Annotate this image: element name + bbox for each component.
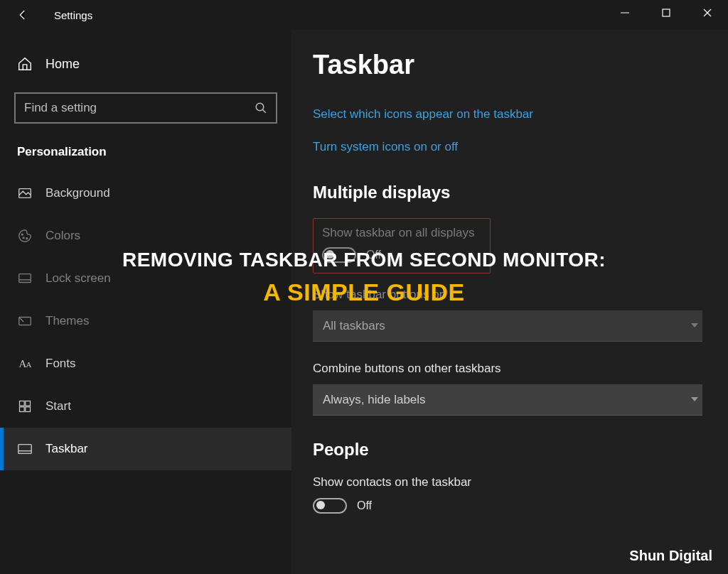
taskbar-icon — [17, 441, 33, 457]
sidebar-item-start[interactable]: Start — [0, 385, 291, 428]
show-contacts-state: Off — [357, 499, 372, 512]
show-contacts-toggle[interactable] — [313, 498, 347, 514]
svg-rect-14 — [26, 401, 31, 406]
picture-icon — [17, 185, 33, 201]
svg-point-4 — [256, 103, 264, 111]
section-people: People — [313, 440, 707, 460]
dropdown-value: All taskbars — [323, 319, 385, 333]
svg-rect-16 — [26, 407, 31, 412]
svg-point-7 — [21, 234, 23, 235]
sidebar-item-label: Background — [46, 186, 110, 200]
sidebar: Home Personalization Background Colors L… — [0, 30, 291, 574]
sidebar-item-colors[interactable]: Colors — [0, 215, 291, 257]
sidebar-item-label: Colors — [46, 229, 80, 243]
themes-icon — [17, 313, 33, 329]
show-taskbar-all-label: Show taskbar on all displays — [322, 226, 481, 240]
sidebar-item-label: Start — [46, 399, 71, 413]
svg-rect-10 — [19, 274, 31, 283]
content-area: Taskbar Select which icons appear on the… — [291, 30, 728, 574]
titlebar: Settings — [0, 0, 728, 30]
window-controls — [604, 0, 728, 26]
window-title: Settings — [54, 9, 92, 21]
svg-point-9 — [26, 238, 28, 239]
svg-line-5 — [262, 109, 266, 113]
svg-rect-13 — [20, 401, 25, 406]
back-button[interactable] — [9, 0, 37, 30]
fonts-icon: AA — [17, 356, 33, 372]
svg-rect-15 — [20, 407, 25, 412]
show-taskbar-all-state: Off — [366, 249, 381, 261]
show-taskbar-all-toggle[interactable] — [322, 247, 356, 263]
highlighted-setting: Show taskbar on all displays Off — [313, 218, 491, 274]
nav-home-label: Home — [46, 57, 80, 72]
link-system-icons[interactable]: Turn system icons on or off — [313, 140, 707, 154]
combine-buttons-dropdown[interactable]: Always, hide labels — [313, 384, 702, 416]
show-taskbar-buttons-label: Show taskbar buttons on — [313, 288, 707, 302]
sidebar-section-header: Personalization — [0, 136, 291, 172]
search-box[interactable] — [14, 92, 277, 124]
search-icon — [255, 102, 267, 114]
sidebar-item-background[interactable]: Background — [0, 172, 291, 215]
nav-home[interactable]: Home — [0, 43, 291, 85]
close-button[interactable] — [687, 0, 728, 26]
page-heading: Taskbar — [313, 50, 707, 80]
svg-rect-1 — [663, 9, 670, 16]
sidebar-item-label: Fonts — [46, 357, 76, 371]
dropdown-value: Always, hide labels — [323, 393, 426, 407]
settings-window: Settings Home Personalization — [0, 0, 728, 574]
sidebar-item-label: Lock screen — [46, 271, 111, 286]
sidebar-item-lockscreen[interactable]: Lock screen — [0, 257, 291, 300]
search-container — [14, 92, 277, 124]
home-icon — [17, 56, 33, 72]
link-select-icons[interactable]: Select which icons appear on the taskbar — [313, 107, 707, 121]
sidebar-item-fonts[interactable]: AA Fonts — [0, 342, 291, 385]
combine-buttons-label: Combine buttons on other taskbars — [313, 362, 707, 376]
svg-point-8 — [23, 237, 24, 239]
sidebar-item-label: Themes — [46, 314, 89, 328]
start-icon — [17, 399, 33, 414]
minimize-button[interactable] — [604, 0, 646, 26]
sidebar-item-taskbar[interactable]: Taskbar — [0, 428, 291, 470]
show-taskbar-all-row: Off — [322, 247, 481, 263]
show-contacts-row: Off — [313, 498, 707, 514]
sidebar-item-themes[interactable]: Themes — [0, 300, 291, 342]
svg-rect-17 — [18, 445, 31, 454]
palette-icon — [17, 228, 33, 244]
search-input[interactable] — [24, 101, 255, 115]
watermark: Shun Digital — [629, 548, 712, 564]
section-multiple-displays: Multiple displays — [313, 183, 707, 202]
sidebar-item-label: Taskbar — [46, 442, 88, 456]
lock-screen-icon — [17, 271, 33, 286]
show-contacts-label: Show contacts on the taskbar — [313, 475, 707, 489]
show-taskbar-buttons-dropdown[interactable]: All taskbars — [313, 310, 702, 342]
maximize-button[interactable] — [646, 0, 687, 26]
